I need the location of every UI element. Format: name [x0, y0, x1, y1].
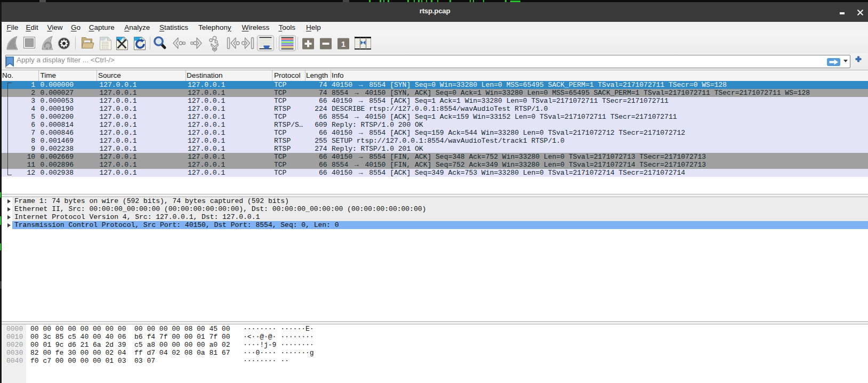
svg-text:1: 1	[341, 39, 345, 48]
svg-text:0111: 0111	[102, 46, 109, 50]
